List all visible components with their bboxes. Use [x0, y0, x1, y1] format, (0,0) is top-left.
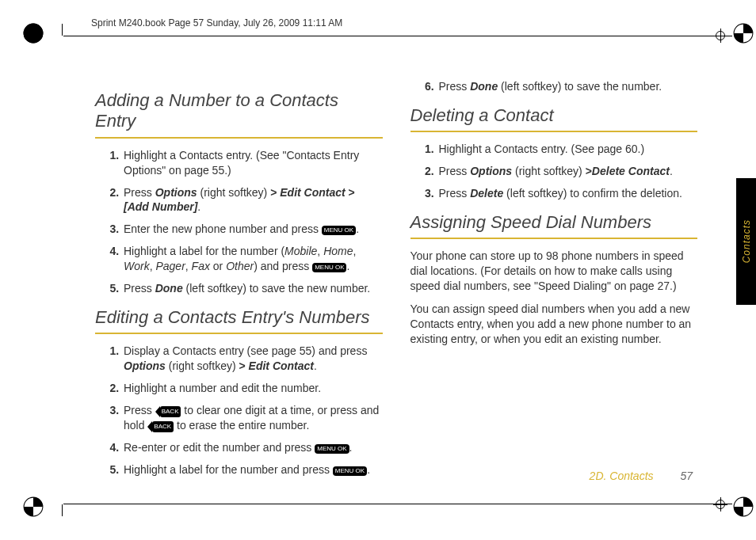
- section-tab-label: Contacts: [741, 219, 752, 263]
- list-item: Highlight a label for the number (Mobile…: [122, 244, 383, 274]
- section-tab: Contacts: [736, 178, 756, 305]
- crosshair-icon: [713, 497, 727, 511]
- page-footer: 2D. Contacts 57: [590, 470, 693, 482]
- list-item: Highlight a label for the number and pre…: [122, 462, 383, 477]
- crop-mark: [62, 24, 63, 36]
- registration-mark-icon: [732, 496, 754, 518]
- crop-mark: [62, 504, 63, 516]
- list-item: Press BACK to clear one digit at a time,…: [122, 403, 383, 433]
- list-item: Press Done (left softkey) to save the ne…: [122, 281, 383, 296]
- list-item: Press Options (right softkey) > Edit Con…: [122, 185, 383, 215]
- list-item: Press Done (left softkey) to save the nu…: [437, 79, 698, 94]
- menu-ok-key-icon: MENU OK: [315, 444, 349, 454]
- list-item: Highlight a Contacts entry. (See "Contac…: [122, 148, 383, 178]
- heading-editing-numbers: Editing a Contacts Entry's Numbers: [95, 307, 383, 334]
- menu-ok-key-icon: MENU OK: [322, 226, 356, 235]
- body-text: Your phone can store up to 98 phone numb…: [410, 249, 698, 294]
- list-item: Press Delete (left softkey) to confirm t…: [437, 186, 698, 201]
- heading-adding-number: Adding a Number to a Contacts Entry: [95, 90, 383, 139]
- page-content: Adding a Number to a Contacts Entry High…: [95, 79, 697, 483]
- crop-mark: [63, 504, 732, 504]
- menu-ok-key-icon: MENU OK: [312, 263, 346, 272]
- frame-header: Sprint M240.book Page 57 Sunday, July 26…: [91, 17, 342, 29]
- list-item: Re-enter or edit the number and press ME…: [122, 440, 383, 455]
- list-item: Highlight a number and edit the number.: [122, 381, 383, 396]
- list-item: Press Options (right softkey) >Delete Co…: [437, 164, 698, 179]
- footer-section-title: 2D. Contacts: [590, 470, 654, 482]
- list-item: Enter the new phone number and press MEN…: [122, 222, 383, 237]
- back-key-icon: BACK: [152, 421, 174, 432]
- list-item: Display a Contacts entry (see page 55) a…: [122, 344, 383, 374]
- body-text: You can assign speed dial numbers when y…: [410, 302, 698, 347]
- crop-mark: [63, 36, 732, 36]
- list-item: Highlight a Contacts entry. (See page 60…: [437, 142, 698, 157]
- registration-mark-icon: [22, 496, 44, 518]
- heading-speed-dial: Assigning Speed Dial Numbers: [410, 212, 698, 239]
- back-key-icon: BACK: [160, 406, 181, 417]
- list-adding: Highlight a Contacts entry. (See "Contac…: [122, 148, 383, 296]
- registration-mark-icon: [732, 22, 754, 44]
- registration-mark-icon: [22, 22, 44, 44]
- footer-page-number: 57: [680, 470, 693, 482]
- menu-ok-key-icon: MENU OK: [333, 466, 367, 476]
- list-deleting: Highlight a Contacts entry. (See page 60…: [437, 142, 698, 201]
- heading-deleting-contact: Deleting a Contact: [410, 105, 698, 132]
